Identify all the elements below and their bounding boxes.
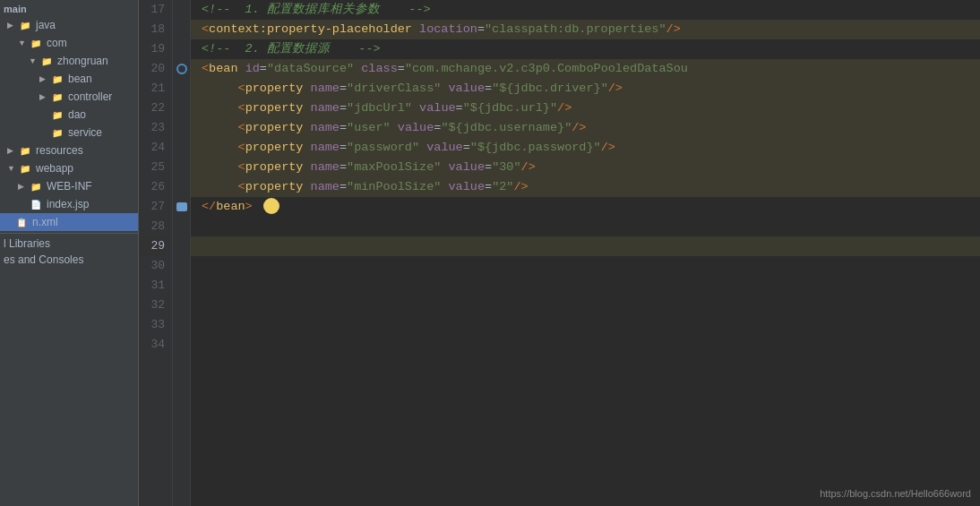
code-comment-19: <!-- 2. 配置数据源 --> <box>202 42 381 56</box>
folder-icon-com: 📁 <box>29 36 43 50</box>
line-num-33: 33 <box>139 315 165 335</box>
code-eq2-21: = <box>485 81 492 95</box>
code-eq-22: = <box>340 101 347 115</box>
gutter-cell-23 <box>173 118 190 138</box>
code-val-val-25: "30" <box>492 160 520 174</box>
code-line-30 <box>191 256 980 276</box>
code-attr-name-24: name <box>311 141 340 154</box>
code-line-18: <context:property-placeholder location="… <box>191 20 980 39</box>
line-num-27: 27 <box>139 197 165 217</box>
code-bracket-24: < <box>238 141 245 154</box>
code-line-26: <property name="minPoolSize" value="2"/> <box>191 177 980 197</box>
line-num-18: 18 <box>139 20 165 39</box>
code-tag-25: property <box>245 160 304 174</box>
gutter-cell-31 <box>173 276 190 296</box>
tree-arrow-com: ▼ <box>18 39 27 47</box>
gutter-cell-29 <box>173 236 190 256</box>
folder-icon-webapp: 📁 <box>18 161 32 176</box>
code-close-22: /> <box>557 101 572 115</box>
code-tag-22: property <box>245 101 304 115</box>
sidebar-item-libraries[interactable]: l Libraries <box>0 236 138 252</box>
code-tag-27: bean <box>216 200 245 213</box>
code-tag-20: bean <box>209 62 237 75</box>
gutter-cell-19 <box>173 39 190 59</box>
sidebar-item-webapp[interactable]: ▼ 📁 webapp <box>0 159 138 177</box>
code-attr-18: location <box>419 22 477 36</box>
line-num-19: 19 <box>139 39 165 59</box>
code-close-23: /> <box>572 121 586 134</box>
code-bracket-27: </ <box>202 200 216 213</box>
line-num-29: 29 <box>139 236 165 256</box>
line-num-23: 23 <box>139 118 165 138</box>
line-num-28: 28 <box>139 217 165 236</box>
code-bracket-21: < <box>238 81 245 95</box>
code-bracket-25: < <box>238 160 245 174</box>
code-line-33 <box>191 315 980 335</box>
code-close-26: /> <box>513 180 528 193</box>
sidebar-item-resources[interactable]: ▶ 📁 resources <box>0 142 138 159</box>
code-attr-val-26: value <box>449 180 486 193</box>
sidebar-label-consoles: es and Consoles <box>4 253 83 266</box>
code-val-class-20: "com.mchange.v2.c3p0.ComboPooledDataSou <box>405 62 688 75</box>
folder-icon-dao: 📁 <box>50 107 64 122</box>
code-val-name-22: "jdbcUrl" <box>347 101 412 115</box>
code-line-29 <box>191 236 980 256</box>
tree-arrow-resources: ▶ <box>7 146 16 155</box>
gutter-cell-21 <box>173 79 190 99</box>
sidebar-item-java[interactable]: ▶ 📁 java <box>0 16 138 34</box>
sidebar-item-service[interactable]: 📁 service <box>0 124 138 142</box>
folder-icon-java: 📁 <box>18 18 32 32</box>
code-close-24: /> <box>601 141 615 154</box>
code-tag-24: property <box>245 141 304 154</box>
sidebar-item-dao[interactable]: 📁 dao <box>0 106 138 124</box>
sidebar-item-nxml[interactable]: 📋 n.xml <box>0 213 138 231</box>
code-indent-26 <box>202 180 230 193</box>
gutter-cell-27 <box>173 197 190 217</box>
code-val-val-24: "${jdbc.password}" <box>470 141 601 154</box>
code-eq-23: = <box>340 121 347 134</box>
sidebar-item-consoles[interactable]: es and Consoles <box>0 252 138 268</box>
line-num-17: 17 <box>139 0 165 20</box>
code-attr-val-25: value <box>449 160 486 174</box>
sidebar-label-zhongruan: zhongruan <box>57 55 108 67</box>
line-num-21: 21 <box>139 79 165 99</box>
sidebar-item-com[interactable]: ▼ 📁 com <box>0 34 138 52</box>
code-line-20: <bean id="dataSource" class="com.mchange… <box>191 59 980 79</box>
sidebar-item-webinf[interactable]: ▶ 📁 WEB-INF <box>0 177 138 195</box>
sidebar-label-com: com <box>47 37 67 49</box>
code-attr-name-22: name <box>311 101 340 115</box>
sidebar-label-resources: resources <box>36 144 83 157</box>
folder-icon-service: 📁 <box>50 125 64 140</box>
code-lines[interactable]: <!-- 1. 配置数据库相关参数 --> <context:property-… <box>191 0 980 506</box>
file-icon-indexjsp: 📄 <box>29 197 43 211</box>
sidebar-label-libraries: l Libraries <box>4 237 50 250</box>
sidebar-item-zhongruan[interactable]: ▼ 📁 zhongruan <box>0 52 138 70</box>
sidebar-item-controller[interactable]: ▶ 📁 controller <box>0 88 138 106</box>
code-bracket-20-open: < <box>202 62 209 75</box>
sidebar-label-controller: controller <box>68 90 112 103</box>
tree-arrow-bean: ▶ <box>39 74 48 83</box>
sidebar-label-dao: dao <box>68 108 86 121</box>
gutter-cell-18 <box>173 20 190 39</box>
code-eq2-26: = <box>485 180 492 193</box>
code-eq-21: = <box>340 81 347 95</box>
gutter-cell-20 <box>173 59 190 79</box>
gutter-cell-33 <box>173 315 190 335</box>
line-num-32: 32 <box>139 296 165 315</box>
folder-icon-bean: 📁 <box>50 72 64 86</box>
code-line-34 <box>191 335 980 355</box>
code-val-id-20: "dataSource" <box>267 62 354 75</box>
tree-arrow-java: ▶ <box>7 21 16 30</box>
yellow-dot-27 <box>263 198 279 214</box>
code-attr-val-22: value <box>419 101 456 115</box>
code-val-val-23: "${jdbc.username}" <box>441 121 572 134</box>
editor-area: 17 18 19 20 21 22 23 24 25 26 27 28 29 3… <box>139 0 980 506</box>
code-tag-18: context:property-placeholder <box>209 22 412 36</box>
sidebar-item-bean[interactable]: ▶ 📁 bean <box>0 70 138 88</box>
sidebar-item-indexjsp[interactable]: 📄 index.jsp <box>0 195 138 213</box>
line-num-26: 26 <box>139 177 165 197</box>
code-container: 17 18 19 20 21 22 23 24 25 26 27 28 29 3… <box>139 0 980 506</box>
sidebar-label-webinf: WEB-INF <box>47 180 92 193</box>
code-eq-25: = <box>340 160 347 174</box>
code-indent-22 <box>202 101 230 115</box>
